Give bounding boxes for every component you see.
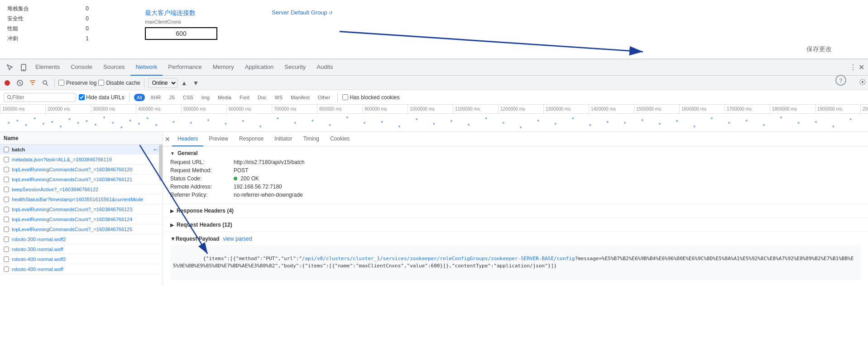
filter-media-button[interactable]: Media — [215, 94, 234, 101]
filter-doc-button[interactable]: Doc — [255, 94, 269, 101]
details-tab-bar: ✕ Headers Preview Response Initiator Tim… — [163, 132, 868, 146]
export-button[interactable]: ▼ — [191, 78, 201, 87]
main-content: Name batch ← metadata.json?task=ALL&_=16… — [0, 132, 868, 286]
config-value-display: 600 — [145, 27, 217, 40]
list-item[interactable]: healthStatusBar?timestamp=1603551615561&… — [0, 194, 163, 204]
tick-0: 100000 ms — [0, 105, 45, 114]
response-headers-section[interactable]: ▶ Response Headers (4) — [163, 204, 868, 218]
detail-tab-cookies[interactable]: Cookies — [325, 132, 355, 146]
svg-point-28 — [147, 117, 149, 119]
list-checkbox[interactable] — [4, 227, 9, 232]
tab-security[interactable]: Security — [279, 59, 311, 76]
list-item[interactable]: roboto-300-normal.woff — [0, 244, 163, 254]
list-scrollbar[interactable] — [159, 145, 163, 181]
list-checkbox[interactable] — [4, 197, 9, 202]
throttle-select[interactable]: Online — [148, 78, 177, 88]
tab-elements[interactable]: Elements — [30, 59, 65, 76]
request-headers-section[interactable]: ▶ Request Headers (12) — [163, 218, 868, 232]
filter-img-button[interactable]: Img — [199, 94, 212, 101]
svg-point-58 — [659, 123, 661, 125]
hide-data-urls-label[interactable]: Hide data URLs — [79, 94, 125, 101]
record-button[interactable] — [2, 78, 13, 88]
filter-xhr-button[interactable]: XHR — [148, 94, 163, 101]
detail-tab-timing[interactable]: Timing — [297, 132, 325, 146]
list-item[interactable]: topLevelRunningCommandsCount?_=160384676… — [0, 174, 163, 184]
filter-all-button[interactable]: All — [134, 94, 145, 101]
list-item-batch[interactable]: batch ← — [0, 145, 163, 155]
list-item[interactable]: keepSessionActive?_=1603846766122 — [0, 184, 163, 194]
disable-cache-checkbox[interactable] — [98, 80, 104, 86]
list-checkbox[interactable] — [4, 167, 9, 172]
devtools-close-button[interactable]: ✕ — [858, 63, 864, 72]
filter-ws-button[interactable]: WS — [272, 94, 286, 101]
filter-css-button[interactable]: CSS — [180, 94, 196, 101]
tab-console[interactable]: Console — [65, 59, 98, 76]
payload-header: ▼ Request Payload view parsed — [170, 236, 861, 242]
list-item[interactable]: topLevelRunningCommandsCount?_=160384676… — [0, 165, 163, 174]
detail-tab-preview[interactable]: Preview — [203, 132, 234, 146]
list-item[interactable]: topLevelRunningCommandsCount?_=160384676… — [0, 224, 163, 234]
list-item[interactable]: topLevelRunningCommandsCount?_=160384676… — [0, 214, 163, 224]
timeline-area[interactable]: 100000 ms 200000 ms 300000 ms 400000 ms … — [0, 105, 868, 132]
tab-audits[interactable]: Audits — [311, 59, 338, 76]
svg-point-41 — [364, 122, 365, 124]
list-item[interactable]: roboto-300-normal.woff2 — [0, 234, 163, 244]
svg-point-68 — [832, 126, 834, 127]
filter-input[interactable] — [12, 94, 71, 101]
tab-performance[interactable]: Performance — [163, 59, 207, 76]
search-icon-button[interactable] — [40, 78, 51, 88]
preserve-log-label[interactable]: Preserve log — [58, 80, 96, 86]
clear-button[interactable] — [14, 78, 25, 88]
inspect-icon[interactable] — [4, 61, 16, 74]
general-section-header[interactable]: ▼ General — [170, 150, 861, 156]
batch-checkbox[interactable] — [4, 147, 9, 152]
detail-tab-initiator[interactable]: Initiator — [269, 132, 297, 146]
filter-manifest-button[interactable]: Manifest — [288, 94, 312, 101]
devtools-right-controls: ⋮ ✕ — [849, 63, 864, 72]
list-checkbox[interactable] — [4, 177, 9, 182]
list-checkbox[interactable] — [4, 237, 9, 242]
blocked-cookies-checkbox[interactable] — [342, 94, 348, 100]
filter-js-button[interactable]: JS — [166, 94, 177, 101]
help-button[interactable]: ? — [835, 75, 846, 86]
settings-icon-button[interactable] — [859, 78, 866, 87]
preserve-log-checkbox[interactable] — [58, 80, 64, 86]
detail-tab-response[interactable]: Response — [234, 132, 269, 146]
tick-16: 1700000 ms — [724, 105, 770, 114]
svg-point-26 — [129, 120, 131, 121]
tab-memory[interactable]: Memory — [207, 59, 240, 76]
list-checkbox[interactable] — [4, 266, 9, 272]
filter-icon-button[interactable] — [27, 78, 38, 88]
svg-point-55 — [607, 121, 609, 123]
list-item[interactable]: topLevelRunningCommandsCount?_=160384676… — [0, 204, 163, 214]
list-checkbox[interactable] — [4, 217, 9, 222]
svg-point-35 — [259, 126, 261, 127]
disable-cache-label[interactable]: Disable cache — [98, 80, 140, 86]
hide-data-urls-checkbox[interactable] — [79, 94, 85, 100]
tab-sources[interactable]: Sources — [98, 59, 130, 76]
list-checkbox[interactable] — [4, 207, 9, 212]
svg-point-24 — [112, 122, 114, 124]
device-icon[interactable] — [17, 61, 30, 74]
save-button[interactable]: 保存更改 — [806, 45, 832, 53]
list-checkbox[interactable] — [4, 187, 9, 192]
list-item[interactable]: metadata.json?task=ALL&_=1603846766119 — [0, 155, 163, 165]
filter-other-button[interactable]: Other — [315, 94, 333, 101]
list-item[interactable]: roboto-400-normal.woff — [0, 264, 163, 274]
tab-application[interactable]: Application — [240, 59, 279, 76]
list-checkbox[interactable] — [4, 157, 9, 162]
details-close-button[interactable]: ✕ — [165, 136, 170, 143]
import-button[interactable]: ▲ — [179, 78, 189, 87]
server-group-link[interactable]: Server Default Group ↺ — [272, 9, 332, 16]
request-method-row: Request Method: POST — [170, 167, 861, 174]
view-parsed-link[interactable]: view parsed — [223, 236, 252, 242]
detail-tab-headers[interactable]: Headers — [172, 132, 203, 146]
list-checkbox[interactable] — [4, 257, 9, 262]
list-item[interactable]: roboto-400-normal.woff2 — [0, 254, 163, 264]
tab-network[interactable]: Network — [130, 59, 163, 76]
list-checkbox[interactable] — [4, 247, 9, 252]
filter-font-button[interactable]: Font — [237, 94, 252, 101]
tick-9: 1000000 ms — [408, 105, 453, 114]
blocked-cookies-label[interactable]: Has blocked cookies — [342, 94, 399, 101]
more-tabs-button[interactable]: ⋮ — [849, 63, 857, 72]
